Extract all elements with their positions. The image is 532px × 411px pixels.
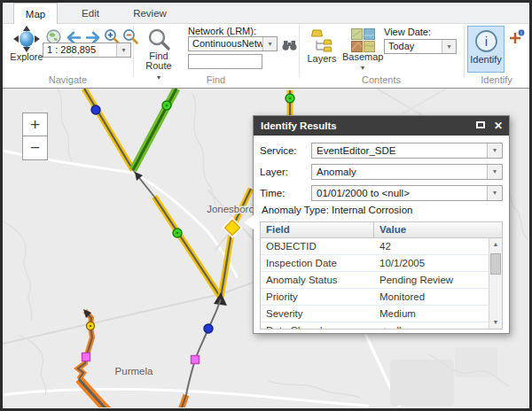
- layer-value: Anomaly: [312, 165, 487, 179]
- cell-value: Monitored: [374, 289, 502, 305]
- group-separator: [464, 26, 465, 77]
- layer-select[interactable]: Anomaly ▾: [311, 164, 503, 180]
- network-lrm-label: Network (LRM):: [188, 26, 256, 36]
- service-value: EventEditor_SDE: [312, 143, 487, 158]
- table-row[interactable]: OBJECTID 42: [261, 238, 502, 255]
- group-label-identify: Identify: [464, 74, 529, 85]
- chevron-down-icon[interactable]: ▾: [442, 40, 456, 53]
- app-window: Map Edit Review Explore: [0, 0, 532, 411]
- explore-button[interactable]: Explore: [7, 26, 46, 62]
- identify-icon: i: [474, 29, 498, 53]
- tab-edit[interactable]: Edit: [65, 3, 116, 24]
- find-route-button[interactable]: Find Route ▾: [137, 27, 180, 81]
- group-label-find: Find: [133, 74, 299, 85]
- column-header-value: Value: [374, 222, 502, 237]
- binoculars-icon[interactable]: [282, 38, 297, 51]
- explore-label: Explore: [7, 52, 46, 62]
- map-zoom-out-button[interactable]: −: [22, 136, 48, 160]
- basemap-label: Basemap: [342, 52, 383, 62]
- maximize-icon[interactable]: [476, 121, 485, 128]
- identify-button[interactable]: i Identify: [467, 26, 505, 73]
- svg-text:i: i: [520, 30, 521, 35]
- chevron-down-icon: ▾: [342, 65, 383, 72]
- ribbon-tab-bar: Map Edit Review: [3, 3, 529, 24]
- map-zoom-in-button[interactable]: +: [22, 112, 48, 136]
- group-separator: [299, 26, 300, 77]
- chevron-down-icon[interactable]: ▾: [116, 43, 130, 57]
- panel-title-bar[interactable]: Identify Results ✕: [254, 116, 509, 136]
- table-scrollbar[interactable]: ▲ ▼: [489, 238, 502, 329]
- event-point-yellow-center: [90, 325, 92, 328]
- network-value: ContinuousNetwork: [189, 37, 262, 50]
- find-route-icon: [147, 27, 171, 51]
- svg-text:i: i: [484, 34, 487, 49]
- chevron-down-icon[interactable]: ▾: [487, 165, 502, 179]
- table-row[interactable]: Date Closed <null>: [261, 322, 502, 330]
- cell-field: Date Closed: [261, 322, 374, 330]
- scroll-up-icon[interactable]: ▲: [489, 238, 502, 251]
- column-header-field: Field: [261, 222, 374, 237]
- table-row[interactable]: Anomaly Status Pending Review: [261, 272, 502, 289]
- table-row[interactable]: Inspection Date 10/1/2005: [261, 255, 502, 272]
- results-table-header: Field Value: [261, 222, 502, 238]
- ribbon: Explore 1 : 288,895 ▾ Navigate: [3, 24, 529, 89]
- time-value: 01/01/2000 to <null>: [312, 186, 487, 200]
- identify-results-panel: Identify Results ✕ Service: EventEditor_…: [253, 115, 510, 334]
- layer-label: Layer:: [260, 167, 311, 177]
- tab-map[interactable]: Map: [13, 3, 58, 24]
- identify-button-label: Identify: [468, 55, 504, 65]
- time-select[interactable]: 01/01/2000 to <null> ▾: [311, 185, 503, 201]
- scale-value: 1 : 288,895: [43, 43, 116, 57]
- event-point-pink[interactable]: [82, 353, 90, 361]
- chevron-down-icon[interactable]: ▾: [487, 143, 502, 158]
- chevron-down-icon[interactable]: ▾: [262, 37, 277, 50]
- event-point-blue[interactable]: [204, 324, 213, 333]
- cell-field: Inspection Date: [261, 255, 374, 271]
- chevron-down-icon[interactable]: ▾: [487, 186, 502, 200]
- group-label-navigate: Navigate: [3, 74, 133, 85]
- event-point-blue[interactable]: [91, 105, 100, 114]
- cell-field: Priority: [261, 289, 374, 305]
- layers-label: Layers: [304, 54, 340, 64]
- view-date-label: View Date:: [384, 27, 431, 37]
- identify-route-location-icon[interactable]: i: [508, 29, 526, 46]
- time-label: Time:: [260, 188, 311, 198]
- anomaly-type-text: Anomaly Type: Internal Corrosion: [262, 205, 503, 215]
- results-table: Field Value OBJECTID 42 Inspection Date …: [260, 221, 503, 330]
- view-date-value: Today: [385, 40, 442, 53]
- layers-button[interactable]: Layers: [304, 28, 340, 64]
- scroll-down-icon[interactable]: ▼: [489, 316, 502, 329]
- cell-value: Medium: [374, 306, 502, 322]
- cell-field: Severity: [261, 306, 374, 322]
- basemap-button[interactable]: Basemap ▾: [342, 28, 383, 72]
- event-point-green-center: [289, 97, 292, 100]
- cell-value: 42: [374, 238, 502, 254]
- network-select[interactable]: ContinuousNetwork ▾: [188, 36, 278, 51]
- event-point-green-center: [166, 105, 168, 107]
- route-input[interactable]: [188, 54, 262, 69]
- table-row[interactable]: Severity Medium: [261, 306, 502, 322]
- find-route-label: Find Route: [137, 51, 180, 71]
- tab-review[interactable]: Review: [122, 3, 177, 24]
- scale-combobox[interactable]: 1 : 288,895 ▾: [43, 43, 131, 58]
- cell-value: Pending Review: [374, 272, 502, 288]
- view-date-select[interactable]: Today ▾: [384, 39, 457, 54]
- panel-title: Identify Results: [261, 120, 337, 131]
- basemap-icon: [351, 28, 375, 52]
- table-row[interactable]: Priority Monitored: [261, 289, 502, 306]
- cell-value: 10/1/2005: [374, 255, 502, 271]
- event-point-pink[interactable]: [192, 356, 200, 364]
- close-icon[interactable]: ✕: [494, 116, 503, 136]
- map-zoom-control: + −: [22, 112, 48, 160]
- event-point-green-center: [176, 232, 179, 235]
- scroll-thumb[interactable]: [490, 253, 501, 275]
- callout-notch: [244, 215, 254, 229]
- panel-body: Service: EventEditor_SDE ▾ Layer: Anomal…: [254, 136, 509, 330]
- service-select[interactable]: EventEditor_SDE ▾: [311, 143, 503, 159]
- cell-value: <null>: [374, 322, 502, 330]
- layers-icon: [309, 28, 334, 54]
- service-label: Service:: [260, 145, 311, 156]
- map-viewport[interactable]: Jonesboro Purmela + − Identify Results ✕…: [3, 89, 529, 407]
- place-label-purmela: Purmela: [115, 366, 153, 376]
- cell-field: OBJECTID: [261, 238, 374, 254]
